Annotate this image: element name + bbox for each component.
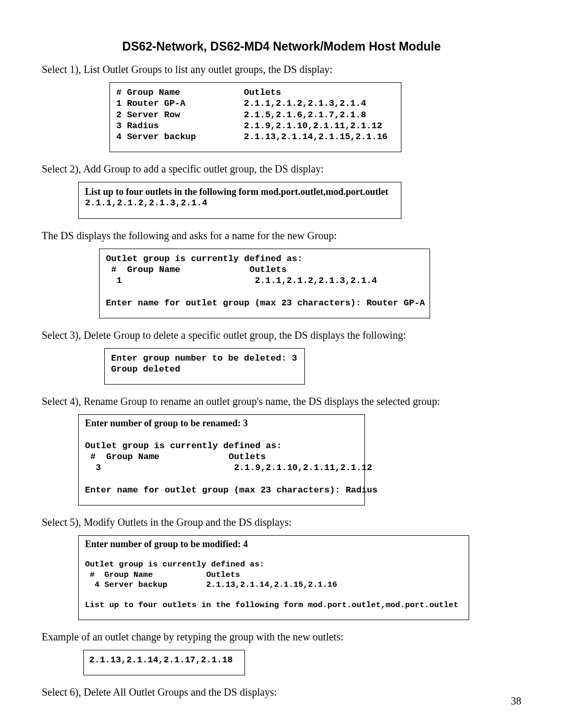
page-number: 38 [511, 695, 521, 707]
terminal-box-modify-outlets: Enter number of group to be modified: 4 … [78, 535, 469, 620]
instruction-text: List up to four outlets in the following… [85, 187, 395, 198]
document-page: DS62-Network, DS62-MD4 Network/Modem Hos… [0, 0, 563, 728]
paragraph-select-2: Select 2), Add Group to add a specific o… [42, 163, 521, 176]
terminal-box-outlet-change: 2.1.13,2.1.14,2.1.17,2.1.18 [83, 650, 245, 675]
terminal-text: 2.1.13,2.1.14,2.1.17,2.1.18 [89, 655, 239, 665]
terminal-box-name-group: Outlet group is currently defined as: # … [99, 249, 430, 318]
page-title: DS62-Network, DS62-MD4 Network/Modem Hos… [42, 40, 521, 54]
terminal-text: Enter group number to be deleted: 3 Grou… [111, 353, 298, 375]
instruction-text: Enter number of group to be modified: 4 [85, 539, 248, 549]
terminal-text: # Group Name Outlets 1 Router GP-A 2.1.1… [116, 87, 395, 142]
terminal-box-rename-group: Enter number of group to be renamed: 3 O… [78, 414, 365, 505]
paragraph-name-prompt: The DS displays the following and asks f… [42, 229, 521, 242]
paragraph-select-6: Select 6), Delete All Outlet Groups and … [42, 686, 521, 699]
terminal-text: Outlet group is currently defined as: # … [85, 429, 358, 496]
paragraph-select-3: Select 3), Delete Group to delete a spec… [42, 329, 521, 342]
instruction-text: Enter number of group to be renamed: 3 [85, 418, 248, 428]
paragraph-select-5: Select 5), Modify Outlets in the Group a… [42, 516, 521, 529]
terminal-text: 2.1.1,2.1.2,2.1.3,2.1.4 [85, 198, 395, 208]
terminal-text: Outlet group is currently defined as: # … [85, 550, 462, 610]
terminal-text: Outlet group is currently defined as: # … [106, 253, 423, 309]
terminal-box-delete-group: Enter group number to be deleted: 3 Grou… [104, 348, 305, 385]
paragraph-outlet-change-example: Example of an outlet change by retyping … [42, 631, 521, 644]
paragraph-select-1: Select 1), List Outlet Groups to list an… [42, 63, 521, 76]
paragraph-select-4: Select 4), Rename Group to rename an out… [42, 395, 521, 408]
terminal-box-list-groups: # Group Name Outlets 1 Router GP-A 2.1.1… [109, 82, 401, 152]
terminal-box-add-group: List up to four outlets in the following… [78, 182, 401, 218]
